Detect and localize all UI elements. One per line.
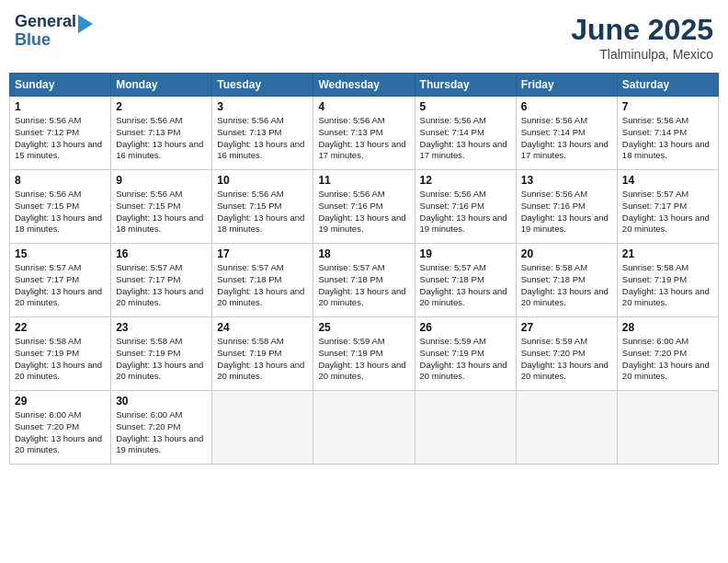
day-number: 25	[318, 321, 409, 334]
month-title: June 2025	[571, 13, 713, 47]
day-cell-24: 24 Sunrise: 5:58 AM Sunset: 7:19 PM Dayl…	[212, 317, 313, 391]
col-friday: Friday	[516, 74, 617, 97]
calendar-week-row: 8 Sunrise: 5:56 AM Sunset: 7:15 PM Dayli…	[10, 170, 719, 244]
day-info: Sunrise: 5:59 AM Sunset: 7:19 PM Dayligh…	[420, 336, 511, 383]
day-number: 4	[318, 100, 409, 113]
col-saturday: Saturday	[617, 74, 718, 97]
day-info: Sunrise: 5:56 AM Sunset: 7:12 PM Dayligh…	[15, 115, 106, 162]
day-number: 12	[420, 174, 511, 187]
day-cell-14: 14 Sunrise: 5:57 AM Sunset: 7:17 PM Dayl…	[617, 170, 718, 244]
day-cell-15: 15 Sunrise: 5:57 AM Sunset: 7:17 PM Dayl…	[10, 244, 111, 317]
day-cell-5: 5 Sunrise: 5:56 AM Sunset: 7:14 PM Dayli…	[415, 97, 516, 170]
calendar-table: Sunday Monday Tuesday Wednesday Thursday…	[9, 73, 719, 465]
day-info: Sunrise: 5:56 AM Sunset: 7:16 PM Dayligh…	[420, 189, 511, 236]
col-wednesday: Wednesday	[313, 74, 415, 97]
day-info: Sunrise: 5:57 AM Sunset: 7:17 PM Dayligh…	[15, 262, 106, 309]
day-number: 27	[521, 321, 612, 334]
day-info: Sunrise: 5:57 AM Sunset: 7:17 PM Dayligh…	[116, 262, 207, 309]
logo-text-general: General	[15, 13, 76, 31]
day-info: Sunrise: 5:56 AM Sunset: 7:16 PM Dayligh…	[521, 189, 612, 236]
day-cell-6: 6 Sunrise: 5:56 AM Sunset: 7:14 PM Dayli…	[516, 97, 617, 170]
day-cell-27: 27 Sunrise: 5:59 AM Sunset: 7:20 PM Dayl…	[516, 317, 617, 391]
logo: General Blue	[15, 13, 93, 50]
day-cell-25: 25 Sunrise: 5:59 AM Sunset: 7:19 PM Dayl…	[313, 317, 415, 391]
calendar-week-row: 1 Sunrise: 5:56 AM Sunset: 7:12 PM Dayli…	[10, 97, 719, 170]
calendar-week-row: 22 Sunrise: 5:58 AM Sunset: 7:19 PM Dayl…	[10, 317, 719, 391]
day-cell-8: 8 Sunrise: 5:56 AM Sunset: 7:15 PM Dayli…	[10, 170, 111, 244]
day-cell-7: 7 Sunrise: 5:56 AM Sunset: 7:14 PM Dayli…	[617, 97, 718, 170]
day-cell-4: 4 Sunrise: 5:56 AM Sunset: 7:13 PM Dayli…	[313, 97, 415, 170]
day-cell-29: 29 Sunrise: 6:00 AM Sunset: 7:20 PM Dayl…	[10, 391, 111, 465]
location-label: Tlalminulpa, Mexico	[571, 47, 713, 62]
day-number: 15	[15, 247, 106, 260]
day-info: Sunrise: 5:56 AM Sunset: 7:13 PM Dayligh…	[318, 115, 409, 162]
day-cell-13: 13 Sunrise: 5:56 AM Sunset: 7:16 PM Dayl…	[516, 170, 617, 244]
day-number: 24	[217, 321, 308, 334]
day-cell-22: 22 Sunrise: 5:58 AM Sunset: 7:19 PM Dayl…	[10, 317, 111, 391]
day-number: 23	[116, 321, 207, 334]
day-info: Sunrise: 5:56 AM Sunset: 7:13 PM Dayligh…	[116, 115, 207, 162]
day-cell-28: 28 Sunrise: 6:00 AM Sunset: 7:20 PM Dayl…	[617, 317, 718, 391]
day-cell-26: 26 Sunrise: 5:59 AM Sunset: 7:19 PM Dayl…	[415, 317, 516, 391]
title-block: June 2025 Tlalminulpa, Mexico	[571, 13, 713, 62]
empty-cell	[313, 391, 415, 465]
day-cell-23: 23 Sunrise: 5:58 AM Sunset: 7:19 PM Dayl…	[111, 317, 212, 391]
col-sunday: Sunday	[10, 74, 111, 97]
day-info: Sunrise: 5:58 AM Sunset: 7:18 PM Dayligh…	[521, 262, 612, 309]
day-info: Sunrise: 5:56 AM Sunset: 7:15 PM Dayligh…	[15, 189, 106, 236]
calendar-week-row: 29 Sunrise: 6:00 AM Sunset: 7:20 PM Dayl…	[10, 391, 719, 465]
day-info: Sunrise: 6:00 AM Sunset: 7:20 PM Dayligh…	[116, 409, 207, 456]
day-info: Sunrise: 5:57 AM Sunset: 7:18 PM Dayligh…	[217, 262, 308, 309]
day-info: Sunrise: 5:56 AM Sunset: 7:15 PM Dayligh…	[217, 189, 308, 236]
day-number: 20	[521, 247, 612, 260]
col-monday: Monday	[111, 74, 212, 97]
day-number: 8	[15, 174, 106, 187]
day-info: Sunrise: 5:56 AM Sunset: 7:14 PM Dayligh…	[622, 115, 713, 162]
day-info: Sunrise: 5:56 AM Sunset: 7:14 PM Dayligh…	[521, 115, 612, 162]
day-cell-12: 12 Sunrise: 5:56 AM Sunset: 7:16 PM Dayl…	[415, 170, 516, 244]
day-cell-9: 9 Sunrise: 5:56 AM Sunset: 7:15 PM Dayli…	[111, 170, 212, 244]
day-number: 18	[318, 247, 409, 260]
logo-arrow-icon	[78, 15, 93, 33]
empty-cell	[516, 391, 617, 465]
day-cell-18: 18 Sunrise: 5:57 AM Sunset: 7:18 PM Dayl…	[313, 244, 415, 317]
day-info: Sunrise: 5:58 AM Sunset: 7:19 PM Dayligh…	[116, 336, 207, 383]
day-cell-17: 17 Sunrise: 5:57 AM Sunset: 7:18 PM Dayl…	[212, 244, 313, 317]
day-cell-11: 11 Sunrise: 5:56 AM Sunset: 7:16 PM Dayl…	[313, 170, 415, 244]
logo-text-blue: Blue	[15, 30, 51, 49]
day-number: 28	[622, 321, 713, 334]
day-info: Sunrise: 5:59 AM Sunset: 7:19 PM Dayligh…	[318, 336, 409, 383]
day-number: 26	[420, 321, 511, 334]
day-cell-10: 10 Sunrise: 5:56 AM Sunset: 7:15 PM Dayl…	[212, 170, 313, 244]
day-cell-3: 3 Sunrise: 5:56 AM Sunset: 7:13 PM Dayli…	[212, 97, 313, 170]
empty-cell	[415, 391, 516, 465]
day-info: Sunrise: 5:56 AM Sunset: 7:16 PM Dayligh…	[318, 189, 409, 236]
day-info: Sunrise: 5:56 AM Sunset: 7:15 PM Dayligh…	[116, 189, 207, 236]
day-info: Sunrise: 5:57 AM Sunset: 7:18 PM Dayligh…	[318, 262, 409, 309]
col-tuesday: Tuesday	[212, 74, 313, 97]
day-cell-20: 20 Sunrise: 5:58 AM Sunset: 7:18 PM Dayl…	[516, 244, 617, 317]
day-number: 10	[217, 174, 308, 187]
day-cell-21: 21 Sunrise: 5:58 AM Sunset: 7:19 PM Dayl…	[617, 244, 718, 317]
empty-cell	[617, 391, 718, 465]
day-number: 14	[622, 174, 713, 187]
day-info: Sunrise: 5:57 AM Sunset: 7:18 PM Dayligh…	[420, 262, 511, 309]
calendar-week-row: 15 Sunrise: 5:57 AM Sunset: 7:17 PM Dayl…	[10, 244, 719, 317]
day-info: Sunrise: 5:58 AM Sunset: 7:19 PM Dayligh…	[217, 336, 308, 383]
day-cell-1: 1 Sunrise: 5:56 AM Sunset: 7:12 PM Dayli…	[10, 97, 111, 170]
day-cell-2: 2 Sunrise: 5:56 AM Sunset: 7:13 PM Dayli…	[111, 97, 212, 170]
day-number: 5	[420, 100, 511, 113]
day-number: 7	[622, 100, 713, 113]
day-info: Sunrise: 6:00 AM Sunset: 7:20 PM Dayligh…	[622, 336, 713, 383]
page-header: General Blue June 2025 Tlalminulpa, Mexi…	[9, 9, 719, 65]
day-number: 16	[116, 247, 207, 260]
day-number: 6	[521, 100, 612, 113]
col-thursday: Thursday	[415, 74, 516, 97]
day-number: 29	[15, 395, 106, 408]
weekday-header-row: Sunday Monday Tuesday Wednesday Thursday…	[10, 74, 719, 97]
day-number: 17	[217, 247, 308, 260]
day-info: Sunrise: 5:59 AM Sunset: 7:20 PM Dayligh…	[521, 336, 612, 383]
day-number: 30	[116, 395, 207, 408]
day-number: 1	[15, 100, 106, 113]
day-cell-16: 16 Sunrise: 5:57 AM Sunset: 7:17 PM Dayl…	[111, 244, 212, 317]
